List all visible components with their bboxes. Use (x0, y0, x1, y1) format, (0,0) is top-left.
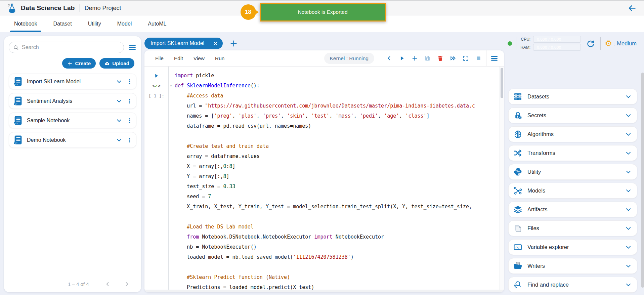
notebook-item-label: Sample Notebook (27, 118, 112, 124)
notebook-icon: </> (13, 116, 23, 125)
files-icon (513, 224, 522, 233)
code-line: Predictions = loaded_model.predict(X_tes… (175, 282, 500, 290)
chevron-down-icon[interactable] (625, 282, 632, 288)
editor-scrollbar-thumb[interactable] (501, 68, 503, 98)
pagination-prev-icon[interactable] (105, 282, 110, 287)
panel-item-label: Secrets (527, 112, 620, 119)
artifacts-icon (513, 205, 522, 214)
chevron-down-icon[interactable] (116, 78, 122, 85)
notebook-tab[interactable]: Import SKLearn Model (144, 38, 223, 49)
sidebar-menu-icon[interactable] (128, 43, 136, 52)
run-cell-gutter-icon[interactable] (154, 73, 159, 79)
chevron-down-icon[interactable] (116, 117, 122, 124)
chevron-down-icon[interactable] (625, 169, 632, 175)
delete-icon[interactable] (434, 52, 446, 65)
instance-selector[interactable]: : Medium (605, 40, 637, 47)
kebab-menu-icon[interactable] (127, 118, 133, 124)
divider (600, 37, 601, 50)
notebook-icon: </> (13, 96, 23, 106)
stop-icon[interactable] (472, 52, 485, 65)
panel-item-files[interactable]: Files (508, 220, 637, 236)
panel-item-models[interactable]: Models (508, 183, 637, 199)
panel-item-transforms[interactable]: Transforms (508, 145, 637, 161)
chevron-down-icon[interactable] (625, 206, 632, 213)
refresh-icon[interactable] (586, 39, 595, 48)
panel-item-datasets[interactable]: Datasets (508, 89, 637, 104)
chevron-down-icon[interactable] (625, 244, 632, 250)
upload-button[interactable]: Upload (99, 58, 134, 69)
step-badge: 18 (241, 4, 256, 20)
title-divider (80, 4, 80, 12)
fullscreen-icon[interactable] (459, 52, 472, 65)
tab-utility[interactable]: Utility (87, 16, 102, 32)
menu-view[interactable]: View (193, 54, 205, 63)
editor-menu-icon[interactable] (488, 52, 501, 65)
instance-separator: : (614, 41, 615, 46)
back-arrow-icon[interactable] (628, 4, 637, 13)
save-icon[interactable] (421, 52, 434, 65)
editor-hscrollbar[interactable] (144, 290, 504, 292)
cloud-upload-icon (104, 61, 110, 66)
search-input[interactable] (22, 44, 120, 50)
chevron-down-icon[interactable] (625, 187, 632, 194)
project-name: Demo Project (85, 5, 121, 12)
datasets-icon (513, 92, 522, 101)
chevron-down-icon[interactable] (625, 225, 632, 231)
menu-run[interactable]: Run (214, 54, 225, 63)
chevron-down-icon[interactable] (116, 98, 122, 104)
code-area[interactable]: import pickle▾def SklearnModelInference(… (169, 67, 500, 290)
panel-item-label: Algorithms (527, 131, 620, 137)
add-cell-icon[interactable] (408, 52, 421, 65)
menu-edit[interactable]: Edit (173, 54, 184, 63)
page-scrollbar-thumb[interactable] (641, 73, 644, 288)
pagination-next-icon[interactable] (124, 282, 129, 287)
code-line: array = dataframe.values (175, 151, 500, 161)
chevron-down-icon[interactable] (625, 263, 632, 269)
close-tab-icon[interactable] (213, 41, 218, 46)
svg-text:</>: </> (14, 103, 18, 105)
svg-text:</>: </> (14, 83, 18, 85)
secrets-icon (513, 111, 522, 120)
toast-message: Notebook is Exported (298, 9, 347, 15)
chevron-down-icon[interactable] (625, 112, 632, 119)
search-box[interactable] (9, 42, 124, 53)
chevron-left-icon[interactable] (383, 52, 395, 65)
svg-text:</>: </> (14, 142, 18, 144)
notebook-list-item[interactable]: </>Sample Notebook (9, 113, 136, 128)
chevron-down-icon[interactable] (625, 93, 632, 100)
editor-tab-row: Import SKLearn Model CPU: 0.000 / 0.000 … (144, 36, 637, 50)
notebook-icon: </> (13, 77, 23, 86)
panel-item-algorithms[interactable]: Algorithms (508, 126, 637, 142)
kebab-menu-icon[interactable] (127, 137, 133, 143)
kebab-menu-icon[interactable] (127, 79, 133, 85)
run-all-icon[interactable] (446, 52, 459, 65)
panel-item-label: Find and replace (527, 282, 620, 288)
code-line: test_size = 0.33 (175, 181, 500, 192)
chevron-down-icon[interactable] (116, 137, 122, 143)
chevron-down-icon[interactable] (625, 131, 632, 137)
toast-notification: 18 Notebook is Exported (260, 3, 386, 22)
panel-item-utility[interactable]: Utility (508, 164, 637, 180)
notebook-list-item[interactable]: </>Import SKLearn Model (9, 74, 136, 89)
panel-item-find-and-replace[interactable]: Find and replace (508, 277, 637, 293)
ram-label: RAM: (520, 45, 530, 50)
tab-notebook[interactable]: Notebook (13, 16, 38, 32)
kebab-menu-icon[interactable] (127, 98, 133, 104)
menu-file[interactable]: File (155, 54, 164, 63)
notebook-list-item[interactable]: </>Sentiment Analysis (9, 93, 136, 109)
panel-item-secrets[interactable]: Secrets (508, 108, 637, 123)
panel-item-writers[interactable]: Writers (508, 258, 637, 274)
tab-dataset[interactable]: Dataset (53, 16, 73, 32)
tab-model[interactable]: Model (117, 16, 133, 32)
notebook-list-item[interactable]: </>Demo Notebook (9, 132, 136, 148)
panel-item-artifacts[interactable]: Artifacts (508, 202, 637, 217)
new-tab-icon[interactable] (229, 39, 238, 48)
chevron-down-icon[interactable] (625, 150, 632, 156)
tab-automl[interactable]: AutoML (147, 16, 167, 32)
kernel-status-pill: Kernel : Running (324, 53, 374, 64)
run-cell-icon[interactable] (395, 52, 408, 65)
code-line (175, 262, 500, 272)
panel-item-variable-explorer[interactable]: (x)Variable explorer (508, 239, 637, 255)
code-line: names = ['preg', 'plas', 'pres', 'skin',… (175, 111, 500, 121)
create-button[interactable]: Create (62, 58, 96, 69)
